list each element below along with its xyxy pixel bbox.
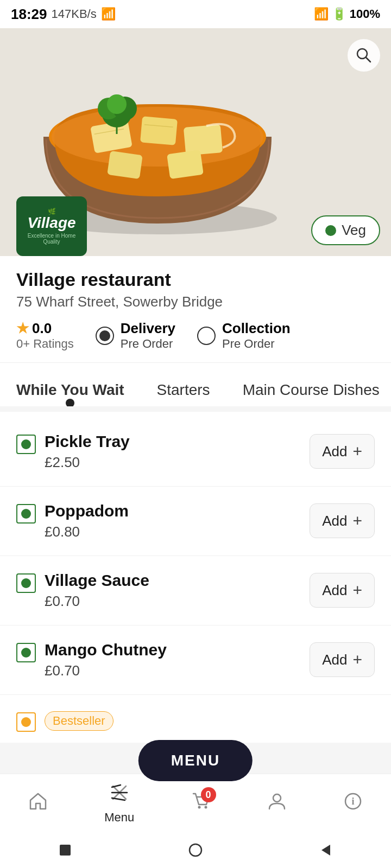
data-speed: 147KB/s [52,7,97,21]
veg-dot-icon [325,225,336,236]
star-icon: ★ [16,320,29,337]
menu-item: Mango Chutney £0.70 Add + [0,626,391,695]
order-options: ★ 0.0 0+ Ratings Delivery Pre Order Coll… [16,320,375,362]
menu-item-left: Poppadom £0.80 [16,502,310,540]
search-button[interactable] [348,39,380,72]
collection-label: Collection Pre Order [222,320,291,352]
cart-count-badge: 0 [201,787,216,802]
nav-profile[interactable] [256,792,298,816]
veg-dot [21,509,31,519]
item-details: Pickle Tray £2.50 [45,432,310,471]
add-label: Add [322,513,347,529]
nav-cart[interactable]: 0 [180,792,222,816]
bestseller-indicator [16,712,36,732]
veg-label: Veg [342,222,366,239]
add-button[interactable]: Add + [310,503,375,538]
item-price: £2.50 [45,454,310,471]
signal-icons: 📶 [101,7,116,21]
menu-item-partial: Bestseller [0,695,391,737]
svg-rect-7 [107,151,143,179]
add-label: Add [322,582,347,599]
android-back-btn[interactable] [302,837,350,866]
rating-section: ★ 0.0 0+ Ratings [16,320,74,351]
item-name: Mango Chutney [45,641,310,659]
rating-number: 0.0 [32,320,52,337]
svg-rect-28 [60,845,71,856]
android-nav-bar [0,835,391,868]
item-price: £0.70 [45,662,310,679]
android-recent-btn[interactable] [41,837,89,866]
tab-while-you-wait[interactable]: While You Wait [0,374,141,406]
menu-item-left: Pickle Tray £2.50 [16,432,310,471]
menu-item-left: Mango Chutney £0.70 [16,641,310,679]
item-details: Poppadom £0.80 [45,502,310,540]
collection-option[interactable]: Collection Pre Order [197,320,291,352]
bottom-navigation: Menu 0 i [0,774,391,835]
add-label: Add [322,443,347,460]
veg-indicator [16,504,36,524]
time: 18:29 [11,6,47,23]
wifi-icon: 📶 [314,7,329,21]
restaurant-name: Village restaurant [16,269,375,290]
delivery-option[interactable]: Delivery Pre Order [96,320,175,352]
menu-item: Village Sauce £0.70 Add + [0,556,391,626]
svg-point-25 [273,794,281,802]
svg-rect-6 [184,124,223,156]
delivery-radio-fill [99,330,110,341]
add-button[interactable]: Add + [310,573,375,608]
item-price: £0.80 [45,524,310,540]
svg-line-17 [366,58,370,62]
add-button[interactable]: Add + [310,642,375,677]
info-icon: i [343,792,363,816]
nav-home[interactable] [17,792,59,816]
svg-point-29 [190,844,201,856]
svg-point-23 [198,806,200,809]
svg-point-14 [107,94,127,114]
veg-toggle[interactable]: Veg [311,215,380,245]
menu-icon [110,783,129,807]
tab-main-course[interactable]: Main Course Dishes [226,374,391,406]
status-left: 18:29 147KB/s 📶 [11,6,116,23]
plus-icon: + [352,581,362,599]
delivery-label: Delivery Pre Order [121,320,175,352]
bestseller-badge: Bestseller [45,711,113,731]
item-name: Village Sauce [45,571,310,590]
profile-icon [267,792,287,816]
logo-sub-text: Excellence in Home Quality [22,233,81,245]
menu-item: Poppadom £0.80 Add + [0,487,391,556]
menu-float-button[interactable]: MENU [138,740,253,781]
nav-info[interactable]: i [332,792,374,816]
search-icon [355,47,373,64]
add-label: Add [322,652,347,668]
logo-village-text: Village [27,215,75,231]
menu-section: Pickle Tray £2.50 Add + Poppadom £0.80 A… [0,412,391,743]
add-button[interactable]: Add + [310,434,375,469]
hero-section: 🌿 Village Excellence in Home Quality Veg [0,28,391,256]
item-price: £0.70 [45,593,310,610]
delivery-radio [96,327,114,345]
bestseller-dot [21,717,31,727]
rating-count: 0+ Ratings [16,337,74,351]
svg-text:i: i [351,796,354,807]
rating-value: ★ 0.0 [16,320,52,337]
android-home-btn[interactable] [172,837,219,866]
veg-indicator [16,643,36,662]
plus-icon: + [352,650,362,669]
battery-icon: 🔋 [332,7,346,21]
svg-rect-8 [167,150,204,179]
cart-badge-wrapper: 0 [191,792,211,816]
status-right: 📶 🔋 100% [314,7,380,21]
category-tabs[interactable]: While You Wait Starters Main Course Dish… [0,362,391,406]
restaurant-info-card: Village restaurant 75 Wharf Street, Sowe… [0,256,391,362]
plus-icon: + [352,442,362,461]
nav-menu[interactable]: Menu [93,783,145,825]
restaurant-address: 75 Wharf Street, Sowerby Bridge [16,293,375,310]
veg-dot [21,648,31,658]
tab-starters[interactable]: Starters [141,374,226,406]
item-details: Mango Chutney £0.70 [45,641,310,679]
plus-icon: + [352,512,362,530]
home-icon [28,792,48,816]
menu-item-left: Village Sauce £0.70 [16,571,310,610]
veg-indicator [16,435,36,454]
restaurant-logo: 🌿 Village Excellence in Home Quality [16,196,87,256]
